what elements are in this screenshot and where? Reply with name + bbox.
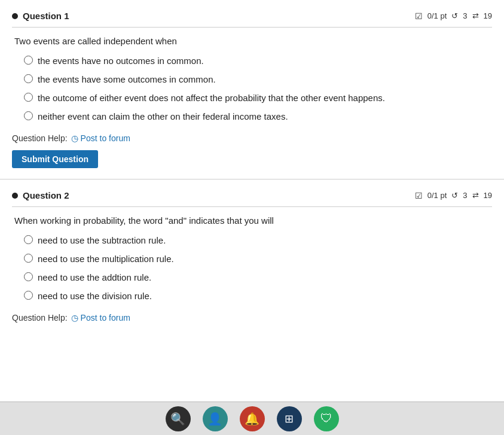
question-2-header: Question 2 ☑ 0/1 pt ↺ 3 ⇄ 19 (12, 185, 492, 207)
question-1-help-label: Question Help: (12, 133, 68, 143)
forum-icon-1: ◷ (71, 133, 78, 143)
question-1-prompt: Two events are called independent when (12, 36, 492, 46)
question-1-options: the events have no outcomes in common. t… (12, 54, 492, 123)
question-2-dot (12, 193, 18, 199)
q2-option-3-text: need to use the addtion rule. (38, 271, 151, 284)
radio-q2-option-2[interactable] (24, 254, 33, 263)
check-icon-2: ☑ (415, 191, 423, 200)
retry-icon-2: ↺ (451, 191, 458, 200)
post-to-forum-link-2[interactable]: ◷ Post to forum (71, 313, 130, 323)
post-to-forum-text-1: Post to forum (81, 133, 130, 143)
radio-q2-option-3[interactable] (24, 272, 33, 281)
question-2-meta: ☑ 0/1 pt ↺ 3 ⇄ 19 (415, 191, 492, 200)
question-1-dot (12, 13, 18, 19)
taskbar-shield-icon[interactable]: 🛡 (314, 406, 339, 431)
reload-icon-2: ⇄ (472, 191, 479, 200)
post-to-forum-link-1[interactable]: ◷ Post to forum (71, 133, 130, 143)
radio-option-3[interactable] (24, 93, 33, 102)
question-1-header: Question 1 ☑ 0/1 pt ↺ 3 ⇄ 19 (12, 6, 492, 28)
list-item[interactable]: need to use the subtraction rule. (24, 234, 492, 247)
list-item[interactable]: the outcome of either event does not aff… (24, 92, 492, 104)
q2-option-1-text: need to use the subtraction rule. (38, 234, 166, 247)
retry-icon: ↺ (451, 11, 458, 20)
list-item[interactable]: the events have no outcomes in common. (24, 54, 492, 67)
question-1-retries: 3 (463, 11, 467, 20)
question-1-block: Question 1 ☑ 0/1 pt ↺ 3 ⇄ 19 Two events … (0, 0, 504, 180)
question-2-label: Question 2 (23, 190, 69, 200)
list-item[interactable]: need to use the multiplication rule. (24, 253, 492, 265)
reload-icon: ⇄ (472, 11, 479, 20)
list-item[interactable]: neither event can claim the other on the… (24, 110, 492, 123)
check-icon: ☑ (415, 11, 423, 21)
question-1-label: Question 1 (23, 11, 69, 21)
question-1-score: 0/1 pt (427, 11, 447, 20)
question-2-block: Question 2 ☑ 0/1 pt ↺ 3 ⇄ 19 When workin… (0, 180, 504, 366)
taskbar-search-icon[interactable]: 🔍 (166, 406, 191, 431)
taskbar-bell-icon[interactable]: 🔔 (240, 406, 265, 431)
question-1-submissions: 19 (484, 11, 492, 20)
question-2-help: Question Help: ◷ Post to forum (12, 313, 492, 323)
option-3-text: the outcome of either event does not aff… (38, 92, 385, 104)
question-2-title: Question 2 (12, 190, 69, 200)
list-item[interactable]: need to use the division rule. (24, 290, 492, 302)
question-2-score: 0/1 pt (427, 191, 447, 200)
radio-option-1[interactable] (24, 56, 33, 65)
question-2-options: need to use the subtraction rule. need t… (12, 234, 492, 302)
question-2-retries: 3 (463, 191, 467, 200)
submit-question-button[interactable]: Submit Question (12, 150, 98, 168)
radio-q2-option-1[interactable] (24, 235, 33, 244)
radio-q2-option-4[interactable] (24, 291, 33, 300)
taskbar-grid-icon[interactable]: ⊞ (277, 406, 302, 431)
forum-icon-2: ◷ (71, 313, 78, 323)
q2-option-2-text: need to use the multiplication rule. (38, 253, 174, 265)
taskbar-person-icon[interactable]: 👤 (203, 406, 228, 431)
question-1-help: Question Help: ◷ Post to forum (12, 133, 492, 143)
page-container: Question 1 ☑ 0/1 pt ↺ 3 ⇄ 19 Two events … (0, 0, 504, 366)
list-item[interactable]: the events have some outcomes in common. (24, 73, 492, 86)
question-2-help-label: Question Help: (12, 313, 68, 323)
question-1-title: Question 1 (12, 11, 69, 21)
post-to-forum-text-2: Post to forum (81, 313, 130, 323)
q2-option-4-text: need to use the division rule. (38, 290, 152, 302)
question-2-submissions: 19 (484, 191, 492, 200)
taskbar: 🔍 👤 🔔 ⊞ 🛡 (0, 401, 504, 435)
question-2-prompt: When working in probability, the word "a… (12, 215, 492, 226)
list-item[interactable]: need to use the addtion rule. (24, 271, 492, 284)
option-2-text: the events have some outcomes in common. (38, 73, 216, 86)
radio-option-2[interactable] (24, 74, 33, 83)
question-1-meta: ☑ 0/1 pt ↺ 3 ⇄ 19 (415, 11, 492, 21)
option-4-text: neither event can claim the other on the… (38, 110, 288, 123)
option-1-text: the events have no outcomes in common. (38, 54, 204, 67)
radio-option-4[interactable] (24, 111, 33, 120)
